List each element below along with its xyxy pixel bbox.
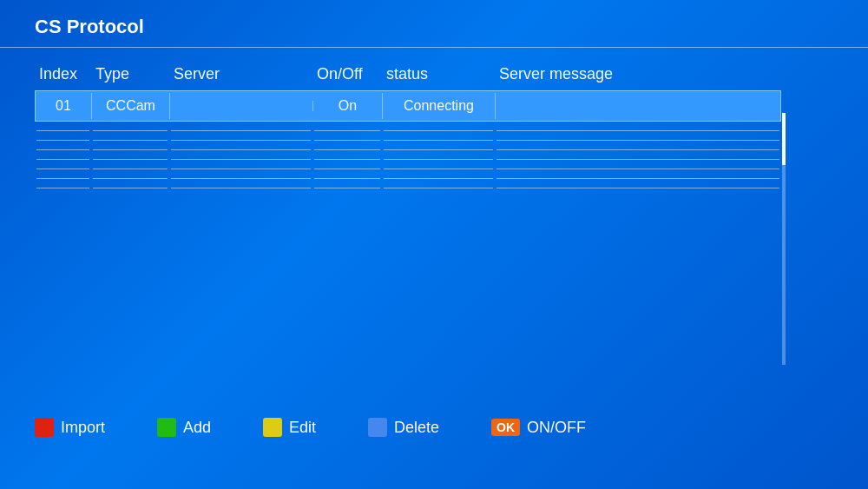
- import-button[interactable]: Import: [35, 418, 105, 437]
- divider-row-6: [35, 178, 781, 179]
- footer: Import Add Edit Delete OK ON/OFF: [35, 418, 833, 437]
- cell-status: Connecting: [383, 93, 496, 119]
- divider-row-7: [35, 188, 781, 188]
- table-header: Index Type Server On/Off status Server m…: [35, 65, 781, 90]
- delete-button[interactable]: Delete: [368, 418, 439, 437]
- scrollbar[interactable]: [782, 113, 786, 365]
- divider-row-5: [35, 169, 781, 169]
- blue-icon: [368, 418, 387, 437]
- cell-type: CCCam: [92, 93, 170, 119]
- yellow-icon: [263, 418, 282, 437]
- col-message: Server message: [495, 65, 781, 83]
- table-wrapper: Index Type Server On/Off status Server m…: [35, 65, 781, 188]
- delete-label: Delete: [394, 419, 439, 437]
- table-row[interactable]: 01 CCCam On Connecting: [35, 90, 781, 122]
- divider-row-1: [35, 130, 781, 131]
- divider-row-2: [35, 140, 781, 141]
- title-bar: CS Protocol: [0, 0, 868, 48]
- onoff-button[interactable]: OK ON/OFF: [491, 419, 586, 437]
- red-icon: [35, 418, 54, 437]
- add-button[interactable]: Add: [157, 418, 211, 437]
- edit-button[interactable]: Edit: [263, 418, 316, 437]
- cell-index: 01: [36, 93, 92, 119]
- col-index: Index: [35, 65, 91, 83]
- col-onoff: On/Off: [312, 65, 382, 83]
- divider-row-3: [35, 149, 781, 150]
- edit-label: Edit: [289, 419, 316, 437]
- scrollbar-thumb: [782, 113, 786, 165]
- page-title: CS Protocol: [35, 16, 144, 37]
- cell-message: [496, 101, 780, 111]
- col-server: Server: [169, 65, 312, 83]
- divider-row-4: [35, 159, 781, 160]
- main-content: Index Type Server On/Off status Server m…: [0, 48, 868, 215]
- col-status: status: [382, 65, 495, 83]
- col-type: Type: [91, 65, 169, 83]
- onoff-label: ON/OFF: [527, 419, 586, 437]
- green-icon: [157, 418, 176, 437]
- cell-server: [170, 101, 313, 111]
- cell-onoff: On: [313, 93, 383, 119]
- add-label: Add: [183, 419, 211, 437]
- ok-badge: OK: [491, 419, 520, 436]
- import-label: Import: [61, 419, 105, 437]
